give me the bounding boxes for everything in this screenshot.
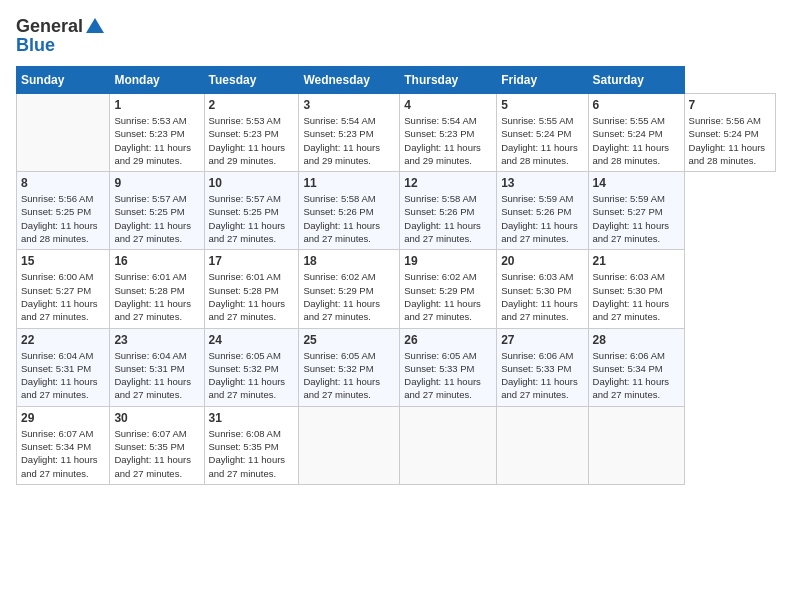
day-info: Sunrise: 5:53 AM Sunset: 5:23 PM Dayligh… [114, 114, 199, 167]
day-number: 21 [593, 254, 680, 268]
calendar-cell: 13 Sunrise: 5:59 AM Sunset: 5:26 PM Dayl… [497, 172, 588, 250]
day-info: Sunrise: 5:54 AM Sunset: 5:23 PM Dayligh… [404, 114, 492, 167]
day-info: Sunrise: 6:05 AM Sunset: 5:33 PM Dayligh… [404, 349, 492, 402]
calendar-cell: 20 Sunrise: 6:03 AM Sunset: 5:30 PM Dayl… [497, 250, 588, 328]
day-info: Sunrise: 5:56 AM Sunset: 5:25 PM Dayligh… [21, 192, 105, 245]
calendar-cell: 1 Sunrise: 5:53 AM Sunset: 5:23 PM Dayli… [110, 94, 204, 172]
day-number: 19 [404, 254, 492, 268]
day-info: Sunrise: 6:04 AM Sunset: 5:31 PM Dayligh… [21, 349, 105, 402]
day-of-week-header: Tuesday [204, 67, 299, 94]
day-info: Sunrise: 6:05 AM Sunset: 5:32 PM Dayligh… [209, 349, 295, 402]
day-number: 18 [303, 254, 395, 268]
calendar-cell: 6 Sunrise: 5:55 AM Sunset: 5:24 PM Dayli… [588, 94, 684, 172]
day-info: Sunrise: 5:56 AM Sunset: 5:24 PM Dayligh… [689, 114, 771, 167]
day-number: 13 [501, 176, 583, 190]
logo-blue: Blue [16, 35, 55, 56]
day-info: Sunrise: 5:55 AM Sunset: 5:24 PM Dayligh… [593, 114, 680, 167]
day-of-week-header: Wednesday [299, 67, 400, 94]
day-info: Sunrise: 5:59 AM Sunset: 5:26 PM Dayligh… [501, 192, 583, 245]
calendar-cell: 11 Sunrise: 5:58 AM Sunset: 5:26 PM Dayl… [299, 172, 400, 250]
calendar-cell: 24 Sunrise: 6:05 AM Sunset: 5:32 PM Dayl… [204, 328, 299, 406]
day-info: Sunrise: 5:53 AM Sunset: 5:23 PM Dayligh… [209, 114, 295, 167]
day-number: 24 [209, 333, 295, 347]
calendar-cell: 10 Sunrise: 5:57 AM Sunset: 5:25 PM Dayl… [204, 172, 299, 250]
calendar-cell: 23 Sunrise: 6:04 AM Sunset: 5:31 PM Dayl… [110, 328, 204, 406]
calendar-cell: 2 Sunrise: 5:53 AM Sunset: 5:23 PM Dayli… [204, 94, 299, 172]
day-number: 7 [689, 98, 771, 112]
day-info: Sunrise: 5:58 AM Sunset: 5:26 PM Dayligh… [404, 192, 492, 245]
logo: General Blue [16, 16, 104, 56]
day-number: 17 [209, 254, 295, 268]
day-info: Sunrise: 6:08 AM Sunset: 5:35 PM Dayligh… [209, 427, 295, 480]
day-info: Sunrise: 5:55 AM Sunset: 5:24 PM Dayligh… [501, 114, 583, 167]
day-number: 27 [501, 333, 583, 347]
day-info: Sunrise: 6:07 AM Sunset: 5:34 PM Dayligh… [21, 427, 105, 480]
calendar-cell: 27 Sunrise: 6:06 AM Sunset: 5:33 PM Dayl… [497, 328, 588, 406]
calendar-cell: 18 Sunrise: 6:02 AM Sunset: 5:29 PM Dayl… [299, 250, 400, 328]
calendar-cell: 25 Sunrise: 6:05 AM Sunset: 5:32 PM Dayl… [299, 328, 400, 406]
day-of-week-header: Sunday [17, 67, 110, 94]
calendar-cell: 26 Sunrise: 6:05 AM Sunset: 5:33 PM Dayl… [400, 328, 497, 406]
calendar-cell: 31 Sunrise: 6:08 AM Sunset: 5:35 PM Dayl… [204, 406, 299, 484]
calendar-table: SundayMondayTuesdayWednesdayThursdayFrid… [16, 66, 776, 485]
day-number: 29 [21, 411, 105, 425]
calendar-cell: 7 Sunrise: 5:56 AM Sunset: 5:24 PM Dayli… [684, 94, 775, 172]
day-info: Sunrise: 6:03 AM Sunset: 5:30 PM Dayligh… [593, 270, 680, 323]
calendar-cell: 16 Sunrise: 6:01 AM Sunset: 5:28 PM Dayl… [110, 250, 204, 328]
calendar-header-row: SundayMondayTuesdayWednesdayThursdayFrid… [17, 67, 776, 94]
day-info: Sunrise: 6:05 AM Sunset: 5:32 PM Dayligh… [303, 349, 395, 402]
day-number: 11 [303, 176, 395, 190]
calendar-cell: 15 Sunrise: 6:00 AM Sunset: 5:27 PM Dayl… [17, 250, 110, 328]
calendar-cell: 8 Sunrise: 5:56 AM Sunset: 5:25 PM Dayli… [17, 172, 110, 250]
day-info: Sunrise: 5:59 AM Sunset: 5:27 PM Dayligh… [593, 192, 680, 245]
day-info: Sunrise: 6:02 AM Sunset: 5:29 PM Dayligh… [404, 270, 492, 323]
calendar-cell: 30 Sunrise: 6:07 AM Sunset: 5:35 PM Dayl… [110, 406, 204, 484]
day-number: 26 [404, 333, 492, 347]
day-info: Sunrise: 6:01 AM Sunset: 5:28 PM Dayligh… [114, 270, 199, 323]
day-info: Sunrise: 5:57 AM Sunset: 5:25 PM Dayligh… [209, 192, 295, 245]
day-number: 10 [209, 176, 295, 190]
day-number: 28 [593, 333, 680, 347]
calendar-cell [497, 406, 588, 484]
calendar-week-row: 1 Sunrise: 5:53 AM Sunset: 5:23 PM Dayli… [17, 94, 776, 172]
day-info: Sunrise: 5:54 AM Sunset: 5:23 PM Dayligh… [303, 114, 395, 167]
day-info: Sunrise: 6:01 AM Sunset: 5:28 PM Dayligh… [209, 270, 295, 323]
day-of-week-header: Monday [110, 67, 204, 94]
day-number: 5 [501, 98, 583, 112]
calendar-cell: 29 Sunrise: 6:07 AM Sunset: 5:34 PM Dayl… [17, 406, 110, 484]
day-info: Sunrise: 6:04 AM Sunset: 5:31 PM Dayligh… [114, 349, 199, 402]
day-info: Sunrise: 6:03 AM Sunset: 5:30 PM Dayligh… [501, 270, 583, 323]
day-info: Sunrise: 6:02 AM Sunset: 5:29 PM Dayligh… [303, 270, 395, 323]
day-number: 6 [593, 98, 680, 112]
day-number: 31 [209, 411, 295, 425]
calendar-cell: 14 Sunrise: 5:59 AM Sunset: 5:27 PM Dayl… [588, 172, 684, 250]
logo-general: General [16, 16, 83, 37]
day-number: 20 [501, 254, 583, 268]
day-number: 2 [209, 98, 295, 112]
day-info: Sunrise: 5:58 AM Sunset: 5:26 PM Dayligh… [303, 192, 395, 245]
calendar-cell [400, 406, 497, 484]
calendar-week-row: 8 Sunrise: 5:56 AM Sunset: 5:25 PM Dayli… [17, 172, 776, 250]
calendar-cell [299, 406, 400, 484]
day-number: 22 [21, 333, 105, 347]
day-info: Sunrise: 6:00 AM Sunset: 5:27 PM Dayligh… [21, 270, 105, 323]
day-number: 30 [114, 411, 199, 425]
logo-triangle-icon [86, 18, 104, 33]
day-number: 16 [114, 254, 199, 268]
day-number: 9 [114, 176, 199, 190]
day-info: Sunrise: 6:07 AM Sunset: 5:35 PM Dayligh… [114, 427, 199, 480]
calendar-cell: 17 Sunrise: 6:01 AM Sunset: 5:28 PM Dayl… [204, 250, 299, 328]
calendar-cell: 28 Sunrise: 6:06 AM Sunset: 5:34 PM Dayl… [588, 328, 684, 406]
day-number: 4 [404, 98, 492, 112]
day-info: Sunrise: 6:06 AM Sunset: 5:33 PM Dayligh… [501, 349, 583, 402]
day-info: Sunrise: 6:06 AM Sunset: 5:34 PM Dayligh… [593, 349, 680, 402]
day-number: 12 [404, 176, 492, 190]
day-of-week-header: Thursday [400, 67, 497, 94]
calendar-cell: 3 Sunrise: 5:54 AM Sunset: 5:23 PM Dayli… [299, 94, 400, 172]
calendar-cell: 5 Sunrise: 5:55 AM Sunset: 5:24 PM Dayli… [497, 94, 588, 172]
calendar-cell: 21 Sunrise: 6:03 AM Sunset: 5:30 PM Dayl… [588, 250, 684, 328]
day-number: 8 [21, 176, 105, 190]
day-of-week-header: Saturday [588, 67, 684, 94]
day-number: 15 [21, 254, 105, 268]
day-number: 14 [593, 176, 680, 190]
